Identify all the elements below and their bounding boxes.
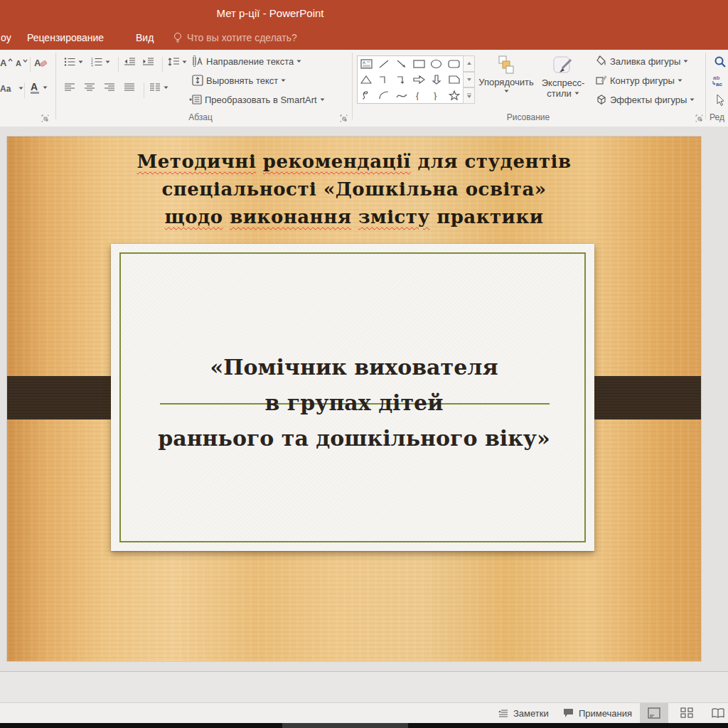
change-case-button[interactable]: Аа bbox=[0, 82, 23, 94]
notes-toggle-button[interactable]: Заметки bbox=[493, 703, 553, 723]
triangle-shape-icon[interactable] bbox=[358, 72, 375, 87]
right-arrow-shape-icon[interactable] bbox=[410, 72, 428, 87]
chevron-down-icon bbox=[105, 60, 110, 64]
arrange-button[interactable]: Упорядочить bbox=[481, 55, 532, 93]
align-right-button[interactable] bbox=[104, 82, 115, 92]
justify-icon bbox=[124, 82, 135, 92]
numbering-icon: 123 bbox=[91, 57, 102, 67]
align-text-button[interactable]: Выровнять текст bbox=[192, 75, 286, 86]
text-direction-icon bbox=[192, 55, 203, 67]
line-spacing-button[interactable] bbox=[168, 57, 187, 67]
gallery-scroll-down-button[interactable] bbox=[463, 72, 475, 88]
tell-me-label: Что вы хотите сделать? bbox=[187, 32, 297, 43]
elbow-connector-shape-icon[interactable] bbox=[375, 72, 393, 87]
rectangle-shape-icon[interactable] bbox=[410, 56, 428, 72]
align-left-button[interactable] bbox=[64, 82, 75, 92]
elbow-arrow-connector-shape-icon[interactable] bbox=[392, 72, 410, 87]
oval-shape-icon[interactable] bbox=[428, 56, 446, 72]
slide-title-line: щодо виконання змісту практики bbox=[7, 203, 701, 231]
quick-styles-icon bbox=[552, 55, 574, 75]
shrink-font-button[interactable]: А bbox=[16, 57, 28, 68]
tell-me-box[interactable]: Что вы хотите сделать? bbox=[173, 32, 297, 43]
text-direction-button[interactable]: Направление текста bbox=[192, 55, 301, 67]
rounded-rectangle-shape-icon[interactable] bbox=[445, 56, 463, 72]
scribble-shape-icon[interactable] bbox=[358, 87, 375, 103]
grow-font-button[interactable]: А bbox=[0, 57, 13, 68]
powerpoint-window: Мет р-ції - PowerPoint оу Рецензирование… bbox=[0, 0, 728, 728]
shape-outline-button[interactable]: Контур фигуры bbox=[596, 75, 682, 86]
clear-formatting-button[interactable]: А bbox=[34, 57, 47, 68]
find-button[interactable] bbox=[714, 55, 727, 68]
clear-formatting-icon: А bbox=[34, 57, 47, 68]
right-brace-shape-icon[interactable]: } bbox=[428, 87, 446, 103]
select-button[interactable] bbox=[715, 94, 725, 107]
slide-title-textbox[interactable]: Методичні рекомендації для студентівспец… bbox=[7, 148, 701, 231]
text-box-shape-icon[interactable]: A bbox=[358, 56, 375, 72]
align-text-label: Выровнять текст bbox=[206, 75, 278, 86]
replace-icon: abac bbox=[712, 74, 725, 87]
svg-text:Аа: Аа bbox=[0, 84, 11, 94]
notes-pane[interactable] bbox=[0, 671, 728, 703]
slide-title-line: Методичні рекомендації для студентів bbox=[7, 148, 701, 176]
card-title-textbox[interactable]: «Помічник вихователяв групах дітейранньо… bbox=[7, 350, 701, 456]
left-brace-shape-icon[interactable]: { bbox=[410, 87, 428, 103]
gallery-more-button[interactable] bbox=[463, 87, 475, 104]
replace-button[interactable]: abac bbox=[712, 74, 725, 87]
down-arrow-shape-icon[interactable] bbox=[428, 72, 446, 87]
normal-view-button[interactable] bbox=[640, 703, 668, 723]
notes-label: Заметки bbox=[513, 708, 549, 719]
reading-view-button[interactable] bbox=[704, 703, 728, 723]
lightbulb-icon bbox=[173, 32, 183, 43]
shape-fill-button[interactable]: Заливка фигуры bbox=[596, 55, 688, 67]
chevron-down-icon bbox=[182, 60, 187, 64]
editing-group-label: Ред bbox=[710, 112, 728, 122]
arrange-icon bbox=[497, 55, 515, 74]
slide-canvas: Методичні рекомендації для студентівспец… bbox=[0, 127, 728, 671]
justify-button[interactable] bbox=[124, 82, 135, 92]
chevron-down-icon bbox=[678, 79, 682, 82]
slide[interactable]: Методичні рекомендації для студентівспец… bbox=[7, 136, 701, 661]
arc-shape-icon[interactable] bbox=[375, 87, 393, 103]
bullets-icon bbox=[64, 57, 75, 67]
increase-indent-button[interactable] bbox=[142, 57, 154, 67]
quick-styles-label-line1: Экспресс- bbox=[542, 77, 585, 88]
shapes-gallery[interactable]: A{} bbox=[357, 55, 464, 104]
grow-font-icon: А bbox=[0, 57, 13, 68]
arrange-label: Упорядочить bbox=[478, 77, 533, 87]
tab-review[interactable]: Рецензирование bbox=[27, 32, 104, 43]
svg-text:3: 3 bbox=[91, 64, 93, 67]
line-shape-icon[interactable] bbox=[375, 56, 393, 72]
decrease-indent-button[interactable] bbox=[124, 57, 135, 67]
font-dialog-launcher[interactable] bbox=[41, 114, 50, 122]
chevron-down-icon bbox=[690, 98, 695, 102]
arrow-shape-icon[interactable] bbox=[392, 56, 410, 72]
star-shape-icon[interactable] bbox=[445, 87, 463, 103]
window-title: Мет р-ції - PowerPoint bbox=[128, 7, 412, 19]
line-spacing-icon bbox=[168, 57, 179, 67]
quick-styles-button[interactable]: Экспресс- стили bbox=[536, 55, 590, 99]
gallery-scroll-up-button[interactable] bbox=[463, 55, 475, 72]
tab-slideshow-partial[interactable]: оу bbox=[1, 32, 11, 43]
chevron-down-icon bbox=[574, 92, 579, 95]
convert-smartart-button[interactable]: Преобразовать в SmartArt bbox=[189, 94, 325, 105]
curve-shape-icon[interactable] bbox=[392, 87, 410, 103]
columns-icon bbox=[149, 82, 161, 92]
ribbon: А А А Аа А 123 Направление текста Выровн… bbox=[0, 50, 728, 127]
shrink-font-icon: А bbox=[16, 57, 28, 68]
smartart-icon bbox=[189, 94, 202, 105]
snip-corner-shape-icon[interactable] bbox=[445, 72, 463, 87]
taskbar-item[interactable] bbox=[282, 723, 408, 728]
paragraph-dialog-launcher[interactable] bbox=[340, 114, 348, 122]
bullets-button[interactable] bbox=[64, 57, 83, 67]
shape-effects-button[interactable]: Эффекты фигуры bbox=[596, 94, 695, 105]
chevron-down-icon bbox=[43, 86, 48, 90]
align-center-button[interactable] bbox=[84, 82, 95, 92]
slide-sorter-view-button[interactable] bbox=[673, 703, 701, 723]
drawing-dialog-launcher[interactable] bbox=[695, 114, 704, 122]
columns-button[interactable] bbox=[149, 82, 168, 92]
font-color-button[interactable]: А bbox=[30, 81, 48, 94]
tab-view[interactable]: Вид bbox=[136, 32, 154, 43]
svg-text:}: } bbox=[434, 90, 437, 100]
numbering-button[interactable]: 123 bbox=[91, 57, 110, 67]
comments-toggle-button[interactable]: Примечания bbox=[559, 703, 636, 723]
